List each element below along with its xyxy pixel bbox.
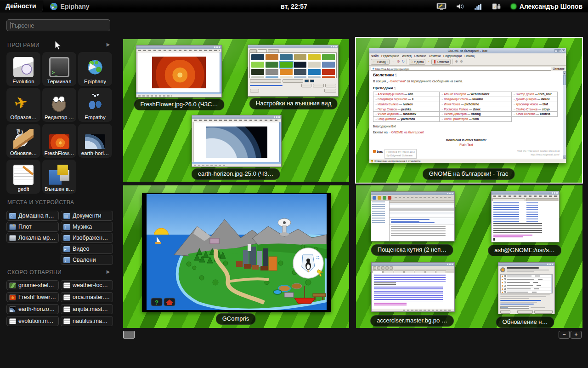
workspace-4[interactable]: Пощенска кутия (2 неп… ash@GNOME:/usr/s…… bbox=[356, 185, 582, 328]
app-tile[interactable]: Външен в… bbox=[42, 160, 76, 194]
clock[interactable]: вт, 22:57 bbox=[281, 3, 307, 10]
menu-item[interactable]: Подпрозорци bbox=[443, 54, 462, 58]
gedit-window[interactable] bbox=[371, 262, 455, 312]
team-link[interactable]: GNOME на български! bbox=[389, 131, 424, 134]
app-tile[interactable]: Evolution bbox=[6, 52, 40, 86]
url-input[interactable]: http://fsa-bg.org/project/gtp bbox=[371, 67, 551, 71]
plain-text-link[interactable]: Plain Text bbox=[373, 143, 560, 147]
forward-icon[interactable]: → bbox=[391, 60, 395, 63]
recent-item[interactable]: nautilus.mas… bbox=[61, 316, 113, 326]
menu-item[interactable]: Помощ bbox=[464, 54, 475, 58]
app-tile[interactable]: earth-hori… bbox=[78, 124, 112, 158]
home-button[interactable]: ⌂ У дома bbox=[409, 59, 425, 65]
bulletins-link[interactable]: Бюлетини bbox=[388, 80, 405, 83]
translator-name-link[interactable]: Владимир Петков bbox=[441, 98, 468, 101]
appearance-preferences-window[interactable] bbox=[248, 45, 339, 97]
focused-app-menu[interactable]: Epiphany bbox=[50, 2, 90, 11]
translator-nick: yavorescu bbox=[396, 117, 415, 121]
zoom-in-button[interactable]: + bbox=[571, 331, 582, 339]
menu-item[interactable]: Редактиране bbox=[381, 54, 399, 58]
programs-expander-icon[interactable]: ▶ bbox=[107, 42, 110, 47]
recent-item[interactable]: weather-loc… bbox=[61, 280, 113, 290]
zoom-out-icon[interactable]: ⊖ bbox=[460, 60, 463, 63]
app-icon bbox=[13, 129, 34, 149]
history-icon[interactable]: ◔ bbox=[427, 60, 430, 63]
translator-name-link[interactable]: Филип Андонов bbox=[375, 112, 399, 115]
document-icon bbox=[9, 318, 16, 324]
recent-item[interactable]: anjuta.mast… bbox=[61, 304, 113, 314]
place-item[interactable]: Музика bbox=[61, 222, 113, 232]
workspace-2-selected[interactable]: GNOME на български! - Trac –□× ФайлРедак… bbox=[355, 37, 583, 184]
menu-item[interactable]: Изглед bbox=[402, 54, 412, 58]
search-input[interactable] bbox=[6, 19, 110, 31]
place-item[interactable]: Свалени bbox=[61, 255, 113, 265]
recent-item[interactable]: gnome-shel… bbox=[6, 280, 59, 290]
translator-name-link[interactable]: Виктор Дачев bbox=[513, 92, 534, 96]
evolution-window[interactable] bbox=[371, 191, 455, 242]
document-icon bbox=[9, 282, 16, 288]
trac-url-link[interactable]: http://trac.edgewall.com/ bbox=[517, 153, 560, 156]
translator-name-link[interactable]: Ясен Праматаров bbox=[441, 117, 468, 121]
recent-expander-icon[interactable]: ▶ bbox=[107, 269, 110, 274]
scrollbar[interactable]: ▲ ▼ bbox=[563, 71, 566, 159]
place-item[interactable]: Документи bbox=[61, 211, 113, 221]
epiphany-browser-window[interactable]: GNOME на български! - Trac –□× ФайлРедак… bbox=[369, 48, 566, 163]
translator-name-link[interactable]: Илия Пенев bbox=[441, 103, 460, 106]
translator-name-link[interactable]: Явор Доганов bbox=[375, 117, 396, 121]
place-item[interactable]: Изображен… bbox=[61, 233, 113, 243]
place-item[interactable]: Видео bbox=[61, 244, 113, 254]
app-tile[interactable]: Образов… bbox=[6, 88, 40, 122]
reload-icon[interactable]: ↻ bbox=[401, 60, 405, 63]
translator-name-link[interactable]: Петър Славов bbox=[375, 108, 397, 111]
app-tile[interactable]: Терминал bbox=[42, 52, 76, 86]
volume-icon[interactable] bbox=[456, 3, 465, 10]
translator-name-link[interactable]: Филип Димитров bbox=[441, 112, 467, 115]
zoom-in-icon[interactable]: ⊕ bbox=[455, 60, 458, 63]
place-item[interactable]: Домашна п… bbox=[6, 211, 59, 221]
translator-name-link[interactable]: Атанас Кошаров bbox=[441, 92, 466, 96]
app-tile[interactable]: Обновле… bbox=[6, 124, 40, 158]
activities-button[interactable]: Дейности bbox=[0, 0, 43, 12]
app-tile[interactable]: Empathy bbox=[78, 88, 112, 122]
terminal-window[interactable] bbox=[491, 191, 560, 242]
gimp-canvas-area bbox=[136, 52, 221, 92]
user-menu[interactable]: Александър Шопов bbox=[511, 3, 582, 10]
update-manager-window[interactable] bbox=[498, 262, 555, 314]
translator-name-link[interactable]: Димитър Киров bbox=[513, 98, 537, 101]
workspace-1[interactable]: FreshFlower.jpg-26.0 (ЧЗС… Настройки на … bbox=[123, 39, 349, 182]
app-tile[interactable]: Редактор … bbox=[42, 88, 76, 122]
translator-name-link[interactable]: Александър Шопов bbox=[375, 92, 404, 96]
translator-name-link[interactable]: Красимир Чонов bbox=[513, 103, 538, 106]
menu-item[interactable]: Файл bbox=[371, 54, 379, 58]
workspace-switcher[interactable] bbox=[123, 331, 135, 339]
app-tile[interactable]: FreshFlow… bbox=[42, 124, 76, 158]
translator-name-link[interactable]: Стойчо Станчев bbox=[513, 108, 537, 111]
place-label: Изображен… bbox=[73, 235, 108, 241]
app-tile[interactable]: Epiphany bbox=[78, 52, 112, 86]
gimp-earth-window[interactable] bbox=[192, 115, 282, 167]
menu-item[interactable]: Отметки bbox=[429, 54, 441, 58]
gcompris-window[interactable]: ? bbox=[142, 193, 331, 312]
back-button[interactable]: ← Назад ▾ bbox=[371, 59, 390, 65]
recent-item[interactable]: earth-horizo… bbox=[6, 304, 59, 314]
gimp-freshflower-window[interactable] bbox=[136, 45, 222, 98]
network-signal-icon[interactable] bbox=[474, 3, 482, 10]
place-item[interactable]: Локална мр… bbox=[6, 233, 59, 243]
bookmarks-button[interactable]: ❚ Отметки bbox=[431, 59, 451, 65]
translator-name-link[interactable]: Ростислав Райков bbox=[441, 108, 468, 111]
stop-icon[interactable]: ⊘ bbox=[397, 60, 400, 63]
recent-item[interactable]: FreshFlower… bbox=[6, 292, 59, 302]
recent-item[interactable]: evolution.m… bbox=[6, 316, 59, 326]
translator-name-link[interactable]: Ивайло Вълков bbox=[375, 103, 398, 106]
recent-item[interactable]: orca.master.… bbox=[61, 292, 113, 302]
battery-power-icon[interactable] bbox=[492, 3, 502, 10]
translator-name-link[interactable]: Владимира Гиргинова bbox=[375, 98, 407, 101]
display-settings-icon[interactable] bbox=[436, 3, 447, 10]
translator-name-link[interactable]: Юлия Волкова bbox=[513, 112, 536, 115]
go-button[interactable]: Отиване bbox=[553, 67, 565, 70]
workspace-3[interactable]: ? GCompris bbox=[123, 185, 349, 328]
app-tile[interactable]: gedit bbox=[6, 160, 40, 194]
zoom-out-button[interactable]: − bbox=[559, 331, 570, 339]
place-item[interactable]: Плот bbox=[6, 222, 59, 232]
menu-item[interactable]: Отиване bbox=[414, 54, 426, 58]
